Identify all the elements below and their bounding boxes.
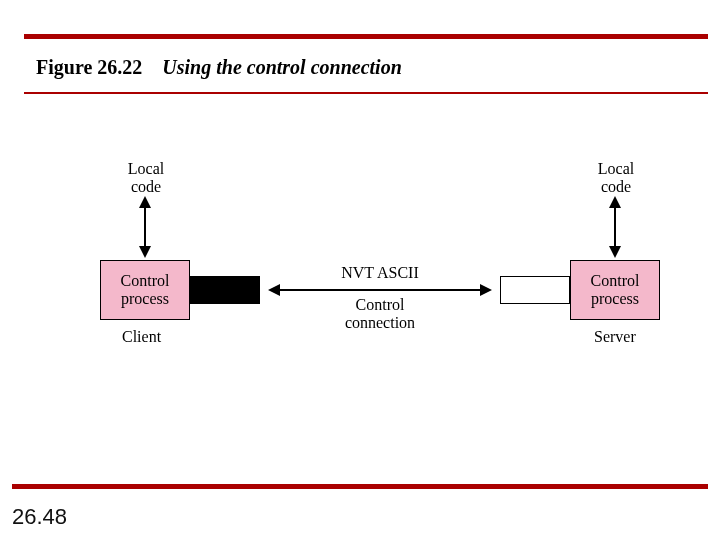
slide-number: 26.48 bbox=[12, 504, 67, 530]
figure-number: Figure 26.22 bbox=[36, 56, 142, 78]
connection-top-label: NVT ASCII bbox=[300, 264, 460, 282]
connection-line bbox=[280, 289, 480, 291]
diagram: Local code Local code Control process Co… bbox=[0, 150, 720, 410]
arrow-down-icon bbox=[139, 246, 151, 258]
server-port-block bbox=[500, 276, 570, 304]
server-control-process-box: Control process bbox=[570, 260, 660, 320]
arrow-down-icon bbox=[609, 246, 621, 258]
bottom-rule bbox=[12, 484, 708, 489]
local-code-label-right: Local code bbox=[586, 160, 646, 195]
arrow-right-icon bbox=[480, 284, 492, 296]
slide: Figure 26.22 Using the control connectio… bbox=[0, 0, 720, 540]
server-box-label: Control process bbox=[591, 272, 640, 307]
figure-title: Figure 26.22 Using the control connectio… bbox=[36, 56, 402, 79]
local-code-label-left: Local code bbox=[116, 160, 176, 195]
arrow-up-icon bbox=[609, 196, 621, 208]
arrow-left-icon bbox=[268, 284, 280, 296]
client-role-label: Client bbox=[122, 328, 161, 346]
client-control-process-box: Control process bbox=[100, 260, 190, 320]
client-port-block bbox=[190, 276, 260, 304]
top-rule bbox=[24, 34, 708, 39]
arrow-shaft-left bbox=[144, 206, 146, 248]
mid-rule bbox=[24, 92, 708, 94]
client-box-label: Control process bbox=[121, 272, 170, 307]
arrow-up-icon bbox=[139, 196, 151, 208]
connection-bottom-label: Control connection bbox=[300, 296, 460, 331]
figure-caption: Using the control connection bbox=[162, 56, 401, 78]
arrow-shaft-right bbox=[614, 206, 616, 248]
server-role-label: Server bbox=[594, 328, 636, 346]
